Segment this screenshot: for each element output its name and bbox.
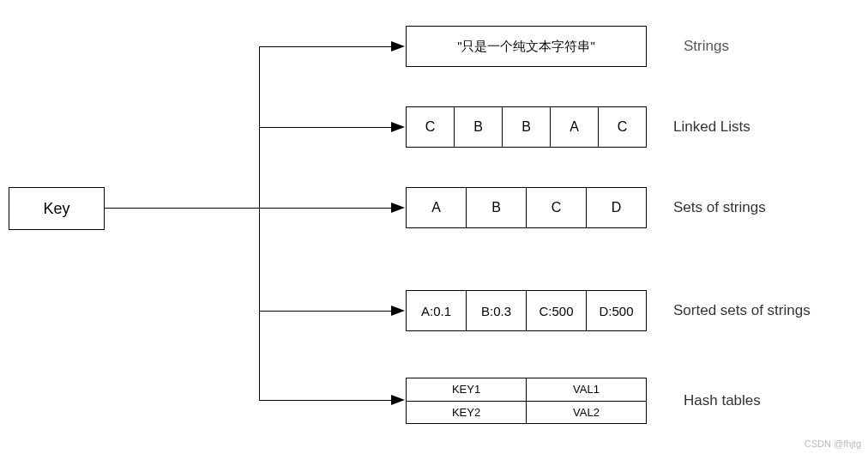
arrowhead-sortedsets	[391, 306, 405, 316]
linkedlists-label: Linked Lists	[673, 118, 750, 136]
svg-marker-1	[391, 122, 405, 132]
strings-text: "只是一个纯文本字符串"	[457, 39, 595, 55]
set-cell: B	[466, 188, 526, 227]
hash-label: Hash tables	[684, 392, 761, 409]
ll-cell: C	[598, 107, 646, 147]
sets-box: A B C D	[406, 187, 647, 228]
hash-keys-col: KEY1 KEY2	[407, 378, 526, 423]
linkedlists-box: C B B A C	[406, 106, 647, 148]
sets-label: Sets of strings	[673, 199, 766, 216]
sortedsets-box: A:0.1 B:0.3 C:500 D:500	[406, 290, 647, 331]
arrowhead-hash	[391, 395, 405, 405]
hash-box: KEY1 KEY2 VAL1 VAL2	[406, 378, 647, 424]
key-label: Key	[43, 200, 69, 218]
strings-label: Strings	[684, 38, 729, 55]
sortedsets-label: Sorted sets of strings	[673, 302, 811, 319]
branch-linkedlists	[259, 127, 396, 128]
hash-key: KEY1	[407, 378, 526, 401]
zset-cell: D:500	[586, 291, 646, 330]
key-box: Key	[9, 187, 105, 230]
ll-cell: B	[454, 107, 502, 147]
watermark: CSDN @fhjtg	[805, 439, 861, 449]
arrowhead-sets	[391, 203, 405, 213]
hash-key: KEY2	[407, 401, 526, 424]
branch-sets	[259, 208, 396, 209]
ll-cell: C	[407, 107, 454, 147]
hash-val: VAL2	[527, 401, 646, 424]
set-cell: C	[526, 188, 586, 227]
svg-marker-4	[391, 395, 405, 405]
connector-trunk	[105, 208, 259, 209]
connector-spine	[259, 46, 260, 401]
set-cell: D	[586, 188, 646, 227]
branch-hash	[259, 400, 396, 401]
svg-marker-0	[391, 41, 405, 51]
branch-strings	[259, 46, 396, 47]
hash-vals-col: VAL1 VAL2	[526, 378, 646, 423]
arrowhead-linkedlists	[391, 122, 405, 132]
svg-marker-2	[391, 203, 405, 213]
strings-box: "只是一个纯文本字符串"	[406, 26, 647, 67]
zset-cell: C:500	[526, 291, 586, 330]
zset-cell: B:0.3	[466, 291, 526, 330]
arrowhead-strings	[391, 41, 405, 51]
hash-val: VAL1	[527, 378, 646, 401]
zset-cell: A:0.1	[407, 291, 466, 330]
svg-marker-3	[391, 306, 405, 316]
ll-cell: B	[502, 107, 550, 147]
ll-cell: A	[550, 107, 598, 147]
branch-sortedsets	[259, 311, 396, 312]
set-cell: A	[407, 188, 466, 227]
